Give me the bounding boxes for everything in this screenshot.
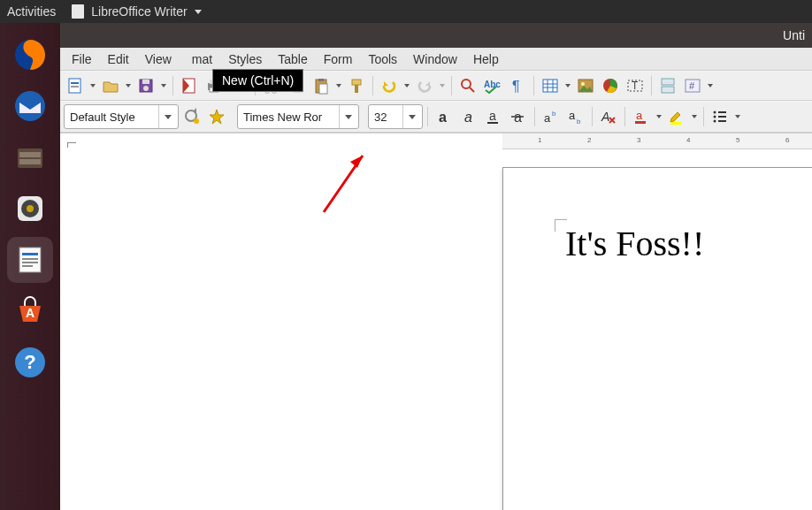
horizontal-ruler[interactable]: 1 2 3 4 5 6 7	[502, 133, 812, 149]
svg-text:Abc: Abc	[484, 80, 501, 89]
dock-app-firefox[interactable]	[7, 32, 53, 78]
insert-chart-button[interactable]	[599, 74, 622, 97]
menu-styles[interactable]: Styles	[220, 52, 270, 66]
highlight-dropdown[interactable]	[690, 115, 699, 118]
svg-text:b: b	[577, 118, 581, 126]
svg-rect-2	[18, 148, 42, 168]
undo-button[interactable]	[378, 74, 401, 97]
chevron-down-icon[interactable]	[402, 105, 420, 128]
clone-format-button[interactable]	[345, 74, 368, 97]
svg-text:?: ?	[24, 351, 35, 373]
font-size-combo[interactable]: 32	[368, 104, 423, 129]
save-button[interactable]	[134, 74, 157, 97]
formatting-marks-button[interactable]: ¶	[506, 74, 529, 97]
paragraph-style-combo[interactable]: Default Style	[64, 104, 179, 129]
document-area[interactable]: 1 2 3 4 5 6 7 It's Foss!!	[60, 133, 812, 510]
svg-rect-11	[22, 262, 38, 263]
chevron-down-icon[interactable]	[158, 105, 176, 128]
dock-app-rhythmbox[interactable]	[7, 186, 53, 232]
underline-button[interactable]: a	[482, 105, 505, 128]
strikethrough-button[interactable]: a	[507, 105, 530, 128]
bullets-dropdown[interactable]	[733, 115, 742, 118]
menu-edit[interactable]: Edit	[100, 52, 137, 66]
clear-formatting-button[interactable]: A	[597, 105, 620, 128]
insert-image-button[interactable]	[574, 74, 597, 97]
find-replace-button[interactable]	[456, 74, 479, 97]
window-titlebar[interactable]: Unti	[60, 23, 812, 48]
insert-field-button[interactable]: #	[681, 74, 704, 97]
svg-rect-42	[543, 80, 557, 92]
ubuntu-dock: A ?	[0, 23, 60, 510]
dock-app-thunderbird[interactable]	[7, 83, 53, 129]
formatting-toolbar: Default Style Times New Ror 32 a a a a a…	[60, 101, 812, 133]
font-color-button[interactable]: a	[630, 105, 653, 128]
superscript-button[interactable]: ab	[540, 105, 563, 128]
font-name-combo[interactable]: Times New Ror	[237, 104, 359, 129]
insert-field-dropdown[interactable]	[706, 84, 715, 88]
font-color-dropdown[interactable]	[655, 115, 663, 118]
spellcheck-button[interactable]: Abc	[481, 74, 504, 97]
menu-file[interactable]: File	[64, 52, 100, 66]
svg-rect-18	[71, 86, 79, 88]
tooltip-new: New (Ctrl+N)	[212, 69, 303, 92]
chevron-down-icon[interactable]	[339, 105, 356, 128]
new-dropdown[interactable]	[88, 84, 97, 88]
insert-textbox-button[interactable]: T	[624, 74, 647, 97]
activities-button[interactable]: Activities	[7, 4, 56, 19]
svg-point-48	[581, 82, 585, 86]
menu-form[interactable]: Form	[316, 52, 361, 66]
document-text[interactable]: It's Foss!!	[565, 223, 704, 264]
svg-rect-12	[22, 265, 33, 267]
italic-button[interactable]: a	[457, 105, 480, 128]
bold-button[interactable]: a	[433, 105, 456, 128]
dock-app-help[interactable]: ?	[7, 339, 53, 385]
svg-point-7	[27, 205, 34, 212]
menu-help[interactable]: Help	[465, 52, 507, 66]
svg-rect-34	[318, 79, 324, 81]
export-pdf-button[interactable]	[178, 74, 201, 97]
update-style-button[interactable]	[180, 105, 203, 128]
document-page[interactable]: It's Foss!!	[502, 167, 812, 510]
app-menu[interactable]: LibreOffice Writer	[72, 4, 201, 19]
insert-table-button[interactable]	[539, 74, 562, 97]
paste-button[interactable]	[310, 74, 333, 97]
menu-table[interactable]: Table	[270, 52, 315, 66]
svg-point-38	[462, 80, 471, 88]
insert-table-dropdown[interactable]	[563, 84, 572, 88]
menu-format[interactable]: mat	[184, 52, 220, 66]
svg-line-39	[470, 88, 474, 92]
svg-rect-17	[71, 82, 79, 84]
window-title: Unti	[783, 28, 805, 42]
insert-page-break-button[interactable]	[656, 74, 679, 97]
new-button[interactable]	[64, 74, 87, 97]
menu-tools[interactable]: Tools	[360, 52, 405, 66]
svg-rect-71	[670, 122, 681, 125]
svg-point-21	[143, 86, 149, 91]
dock-app-libreoffice-writer[interactable]	[7, 237, 53, 283]
gnome-top-panel: Activities LibreOffice Writer	[0, 0, 812, 23]
redo-dropdown[interactable]	[438, 84, 447, 88]
font-name-value: Times New Ror	[243, 110, 339, 124]
open-dropdown[interactable]	[124, 84, 133, 88]
paragraph-style-value: Default Style	[70, 110, 158, 124]
svg-text:a: a	[489, 109, 496, 123]
bullets-button[interactable]	[709, 105, 732, 128]
open-button[interactable]	[99, 74, 122, 97]
redo-button[interactable]	[413, 74, 436, 97]
new-style-button[interactable]	[205, 105, 228, 128]
app-window: Unti New (Ctrl+N) File Edit View mat Sty…	[60, 23, 812, 510]
svg-rect-3	[19, 152, 41, 157]
dock-app-files[interactable]	[7, 134, 53, 180]
svg-rect-37	[355, 85, 358, 93]
document-icon	[72, 4, 84, 19]
svg-rect-20	[142, 80, 149, 84]
dock-app-software[interactable]: A	[7, 288, 53, 334]
menu-window[interactable]: Window	[405, 52, 465, 66]
standard-toolbar: Abc ¶ T #	[60, 71, 812, 101]
subscript-button[interactable]: ab	[564, 105, 587, 128]
undo-dropdown[interactable]	[402, 84, 411, 88]
save-dropdown[interactable]	[159, 84, 168, 88]
highlight-button[interactable]	[665, 105, 688, 128]
paste-dropdown[interactable]	[334, 84, 343, 88]
margin-marker-icon	[67, 142, 76, 148]
